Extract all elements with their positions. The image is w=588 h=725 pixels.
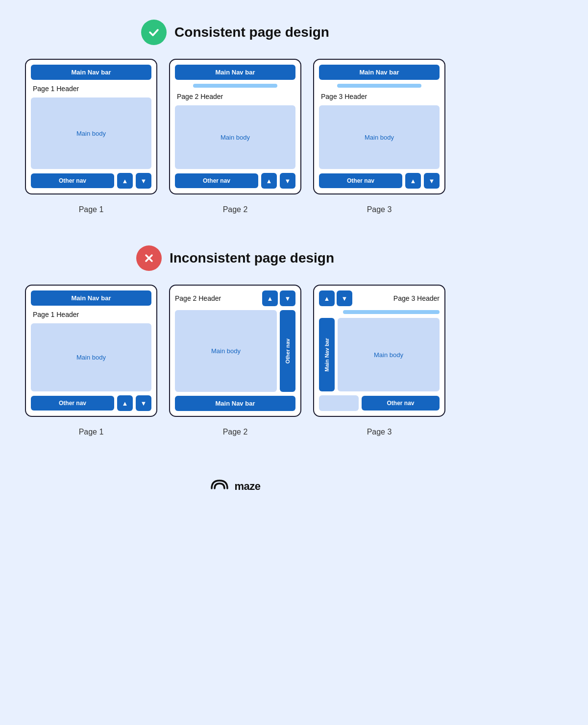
inc2-body-row: Main body Other nav xyxy=(175,310,295,392)
c2-page-header: Page 2 Header xyxy=(175,92,295,101)
c2-arrow-up[interactable]: ▲ xyxy=(261,173,277,189)
inc3-other-nav[interactable]: Other nav xyxy=(362,396,440,411)
c2-arrow-down[interactable]: ▼ xyxy=(280,173,295,189)
maze-logo: maze xyxy=(210,478,260,495)
inc2-page-header: Page 2 Header xyxy=(175,294,221,302)
c-label-2: Page 2 xyxy=(169,205,301,214)
consistent-page3-card: Main Nav bar Page 3 Header Main body Oth… xyxy=(313,59,445,194)
inc3-arrow-group: ▲ ▼ xyxy=(319,290,352,306)
maze-logo-text: maze xyxy=(234,480,260,493)
inc-label-1: Page 1 xyxy=(25,428,157,436)
inc2-top-row: Page 2 Header ▲ ▼ xyxy=(175,290,295,306)
c1-arrow-down[interactable]: ▼ xyxy=(136,173,151,189)
inc3-page-header: Page 3 Header xyxy=(393,294,440,302)
c1-other-nav[interactable]: Other nav xyxy=(31,173,114,188)
c-label-1: Page 1 xyxy=(25,205,157,214)
inc1-arrow-down[interactable]: ▼ xyxy=(136,395,151,411)
check-icon xyxy=(141,20,167,45)
c3-other-nav[interactable]: Other nav xyxy=(319,173,402,188)
c2-body: Main body xyxy=(175,105,295,169)
inc3-top-row: ▲ ▼ Page 3 Header xyxy=(319,290,440,306)
inc3-sub-bar xyxy=(343,310,440,314)
inc1-main-nav: Main Nav bar xyxy=(31,290,151,306)
c3-sub-bar xyxy=(337,84,421,88)
inc-label-3: Page 3 xyxy=(313,428,445,436)
consistent-labels-row: Page 1 Page 2 Page 3 xyxy=(25,200,445,230)
inc1-bottom-nav: Other nav ▲ ▼ xyxy=(31,395,151,411)
consistent-header: Consistent page design xyxy=(141,20,329,45)
c1-body: Main body xyxy=(31,97,151,169)
inconsistent-title: Inconsistent page design xyxy=(170,250,334,266)
inc3-filler xyxy=(319,395,359,411)
c3-body: Main body xyxy=(319,105,440,169)
inc1-other-nav[interactable]: Other nav xyxy=(31,396,114,411)
inc2-bottom-nav: Main Nav bar xyxy=(175,396,295,411)
consistent-mockup-row: Main Nav bar Page 1 Header Main body Oth… xyxy=(25,59,445,194)
inconsistent-labels-row: Page 1 Page 2 Page 3 xyxy=(25,423,445,452)
c1-page-header: Page 1 Header xyxy=(31,84,151,94)
c1-bottom-nav: Other nav ▲ ▼ xyxy=(31,173,151,189)
inconsistent-mockup-row: Main Nav bar Page 1 Header Main body Oth… xyxy=(25,285,445,417)
c3-page-header: Page 3 Header xyxy=(319,92,440,101)
cross-icon xyxy=(136,245,162,271)
inc1-body: Main body xyxy=(31,323,151,391)
inc2-arrow-down[interactable]: ▼ xyxy=(280,290,295,306)
inc3-arrow-down[interactable]: ▼ xyxy=(337,290,352,306)
c3-arrow-up[interactable]: ▲ xyxy=(405,173,421,189)
inc1-page-header: Page 1 Header xyxy=(31,310,151,319)
inc3-body: Main body xyxy=(338,318,440,391)
inconsistent-section: Inconsistent page design Main Nav bar Pa… xyxy=(10,245,461,458)
inc1-arrow-up[interactable]: ▲ xyxy=(117,395,133,411)
c2-main-nav: Main Nav bar xyxy=(175,65,295,80)
inc2-arrow-group: ▲ ▼ xyxy=(262,290,295,306)
c3-main-nav: Main Nav bar xyxy=(319,65,440,80)
inc3-bottom-row: Other nav xyxy=(319,395,440,411)
consistent-title: Consistent page design xyxy=(174,24,329,40)
c3-bottom-nav: Other nav ▲ ▼ xyxy=(319,173,440,189)
inconsistent-page2-card: Page 2 Header ▲ ▼ Main body Other nav Ma… xyxy=(169,285,301,417)
inc3-arrow-up[interactable]: ▲ xyxy=(319,290,335,306)
c2-sub-bar xyxy=(193,84,277,88)
inconsistent-page1-card: Main Nav bar Page 1 Header Main body Oth… xyxy=(25,285,157,417)
maze-logo-icon xyxy=(210,478,229,495)
c2-bottom-nav: Other nav ▲ ▼ xyxy=(175,173,295,189)
consistent-section: Consistent page design Main Nav bar Page… xyxy=(10,20,461,236)
inconsistent-page3-card: ▲ ▼ Page 3 Header Main Nav bar Main body… xyxy=(313,285,445,417)
inc2-body: Main body xyxy=(175,310,277,392)
inc3-body-row: Main Nav bar Main body xyxy=(319,318,440,391)
inconsistent-header: Inconsistent page design xyxy=(136,245,334,271)
c1-main-nav: Main Nav bar xyxy=(31,65,151,80)
consistent-page1-card: Main Nav bar Page 1 Header Main body Oth… xyxy=(25,59,157,194)
inc2-side-nav: Other nav xyxy=(280,310,295,392)
inc-label-2: Page 2 xyxy=(169,428,301,436)
c-label-3: Page 3 xyxy=(313,205,445,214)
inc2-arrow-up[interactable]: ▲ xyxy=(262,290,278,306)
c1-arrow-up[interactable]: ▲ xyxy=(117,173,133,189)
consistent-page2-card: Main Nav bar Page 2 Header Main body Oth… xyxy=(169,59,301,194)
inc3-side-nav: Main Nav bar xyxy=(319,318,335,391)
c3-arrow-down[interactable]: ▼ xyxy=(424,173,440,189)
c2-other-nav[interactable]: Other nav xyxy=(175,173,258,188)
